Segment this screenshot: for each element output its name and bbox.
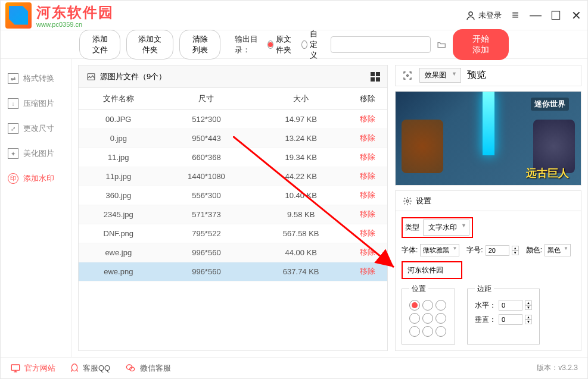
remove-link[interactable]: 移除 [360,228,375,237]
cell-filesize: 19.34 KB [254,148,347,167]
add-folder-button[interactable]: 添加文件夹 [126,30,173,59]
output-custom-radio[interactable]: 自定义 [301,29,325,61]
cell-name: DNF.png [79,224,158,243]
table-row[interactable]: ewe.png996*560637.74 KB移除 [79,262,387,281]
effect-dropdown[interactable]: 效果图 [419,68,461,83]
output-original-radio[interactable]: 原文件夹 [267,34,296,55]
table-row[interactable]: 00.JPG512*30014.97 KB移除 [79,109,387,129]
start-button[interactable]: 开始添加 [453,29,509,60]
cell-size: 950*443 [158,129,255,148]
cell-name: 00.JPG [79,109,158,129]
pos-bc[interactable] [422,326,433,337]
svg-point-6 [71,364,77,371]
cell-name: 360.jpg [79,186,158,205]
fontsize-spinner[interactable]: ▲▼ [512,246,519,255]
horizontal-spinner[interactable]: ▲▼ [525,300,532,310]
focus-icon [402,71,413,80]
clear-list-button[interactable]: 清除列表 [179,30,220,59]
cell-filesize: 44.00 KB [254,243,347,262]
position-fieldset: 位置 [402,284,455,344]
gear-icon [403,196,412,206]
font-select[interactable]: 微软雅黑 [420,244,459,256]
compress-icon: ↓ [8,98,18,109]
cell-size: 996*560 [158,243,255,262]
vertical-input[interactable] [499,314,522,325]
sidebar-item-resize[interactable]: ⤢更改尺寸 [1,116,71,141]
col-name: 文件名称 [79,88,158,109]
cell-size: 556*300 [158,186,255,205]
cell-filesize: 567.58 KB [254,224,347,243]
preview-image: 迷你世界 远古巨人 [395,91,581,186]
fontsize-input[interactable] [486,245,509,256]
maximize-button[interactable]: ☐ [549,9,562,22]
table-row[interactable]: 0.jpg950*44313.24 KB移除 [79,129,387,148]
qq-link[interactable]: 客服QQ [70,363,110,374]
watermark-text-input[interactable] [405,264,459,277]
cell-name: 11p.jpg [79,167,158,186]
remove-link[interactable]: 移除 [360,267,375,275]
remove-link[interactable]: 移除 [360,152,375,161]
remove-link[interactable]: 移除 [360,248,375,256]
vertical-spinner[interactable]: ▲▼ [525,315,532,324]
table-row[interactable]: 11.jpg660*36819.34 KB移除 [79,148,387,167]
remove-link[interactable]: 移除 [360,133,375,142]
cell-name: 2345.jpg [79,205,158,224]
pos-tc[interactable] [422,300,433,311]
cell-filesize: 14.97 KB [254,109,347,129]
table-row[interactable]: 2345.jpg571*3739.58 KB移除 [79,205,387,224]
output-path-input[interactable] [331,36,431,53]
settings-panel: 设置 类型 文字水印 字体: 微软雅黑 字号: ▲▼ [395,190,581,351]
sidebar-item-watermark[interactable]: 印添加水印 [1,166,71,191]
remove-link[interactable]: 移除 [360,190,375,199]
sidebar-item-compress[interactable]: ↓压缩图片 [1,91,71,116]
add-file-button[interactable]: 添加文件 [79,30,120,59]
pos-mr[interactable] [435,313,446,324]
pos-mc[interactable] [422,313,433,324]
table-row[interactable]: ewe.jpg996*56044.00 KB移除 [79,243,387,262]
sidebar-item-beautify[interactable]: ✦美化图片 [1,141,71,166]
remove-link[interactable]: 移除 [360,209,375,218]
table-row[interactable]: 360.jpg556*30010.40 KB移除 [79,186,387,205]
qq-icon [70,363,79,374]
type-label: 类型 [405,223,419,233]
output-label: 输出目录： [235,34,261,55]
fontsize-label: 字号: [466,245,483,255]
watermark-type-dropdown[interactable]: 文字水印 [423,220,469,236]
settings-header: 设置 [396,191,581,211]
pos-tl[interactable] [409,300,420,311]
svg-rect-5 [11,365,19,370]
cell-size: 571*373 [158,205,255,224]
sidebar-item-format[interactable]: ⇄格式转换 [1,66,71,91]
remove-link[interactable]: 移除 [360,114,375,123]
remove-link[interactable]: 移除 [360,171,375,180]
svg-point-0 [469,12,472,15]
cell-name: 11.jpg [79,148,158,167]
close-button[interactable]: ✕ [570,9,583,22]
grid-view-icon[interactable] [371,72,380,82]
file-panel-header: 源图片文件（9个） [79,65,387,88]
pos-tr[interactable] [435,300,446,311]
login-button[interactable]: 未登录 [465,10,502,21]
file-panel: 源图片文件（9个） 文件名称 尺寸 大小 移除 00.JPG512*30014.… [78,65,388,351]
minimize-button[interactable]: — [529,9,542,22]
menu-button[interactable]: ≡ [509,9,522,22]
cell-filesize: 9.58 KB [254,205,347,224]
website-link[interactable]: 官方网站 [10,363,55,374]
cell-name: ewe.jpg [79,243,158,262]
table-row[interactable]: DNF.png795*522567.58 KB移除 [79,224,387,243]
pos-ml[interactable] [409,313,420,324]
position-grid[interactable] [409,300,447,338]
image-icon [86,73,97,81]
pos-br[interactable] [435,326,446,337]
wechat-link[interactable]: 微信客服 [125,363,171,374]
pos-bl[interactable] [409,326,420,337]
table-row[interactable]: 11p.jpg1440*108044.22 KB移除 [79,167,387,186]
radio-icon [267,40,273,49]
color-select[interactable]: 黑色 [545,244,571,256]
browse-folder-icon[interactable] [437,39,446,51]
beautify-icon: ✦ [8,148,18,159]
resize-icon: ⤢ [8,123,18,134]
horizontal-label: 水平： [475,300,496,311]
horizontal-input[interactable] [499,300,522,311]
font-label: 字体: [402,245,418,255]
